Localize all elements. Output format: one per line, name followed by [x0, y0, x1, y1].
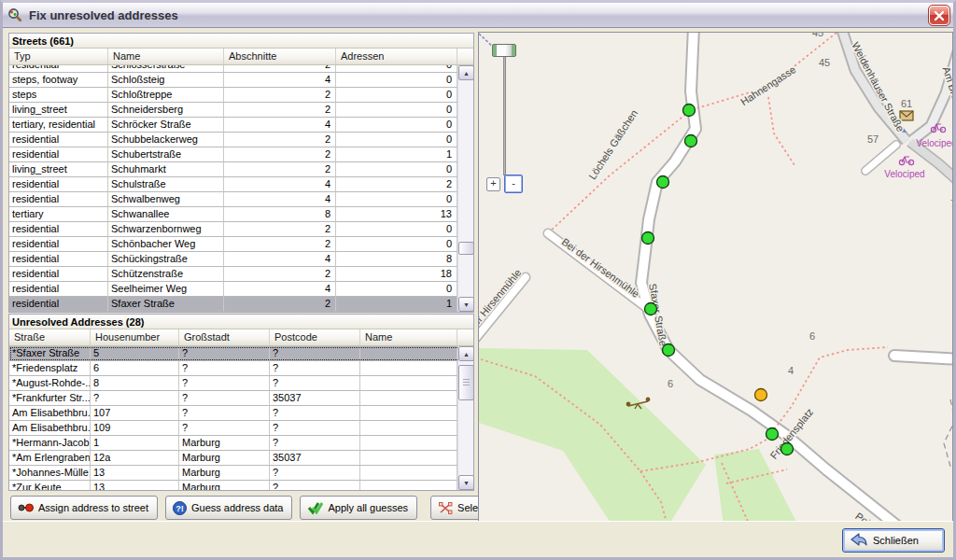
- close-button[interactable]: [929, 6, 949, 25]
- address-housenumber: 1: [91, 436, 179, 451]
- address-marker-green[interactable]: [663, 344, 675, 357]
- apply-guesses-button[interactable]: Apply all guesses: [300, 496, 417, 520]
- scroll-up-icon[interactable]: ▲: [458, 346, 474, 361]
- svg-text:?!: ?!: [176, 503, 184, 512]
- street-row[interactable]: steps, footway Schloßsteig 4 0: [9, 73, 473, 88]
- address-postcode: ?: [270, 346, 360, 361]
- return-arrow-icon: [850, 533, 868, 548]
- scroll-up-icon[interactable]: ▲: [458, 65, 474, 80]
- street-row[interactable]: residential Schlosserstraße 2 0: [9, 65, 473, 73]
- column-header-name[interactable]: Name: [360, 329, 457, 345]
- street-adressen: 0: [336, 133, 457, 147]
- street-typ: residential: [9, 65, 108, 73]
- address-row[interactable]: *August-Rohde-... 8 ? ?: [9, 376, 473, 391]
- address-marker-orange[interactable]: [755, 389, 767, 401]
- column-header-abschnitte[interactable]: Abschnitte: [224, 49, 336, 64]
- street-row[interactable]: residential Seelheimer Weg 4 0: [9, 282, 473, 297]
- address-row[interactable]: *Am Erlengraben 12a Marburg 35037: [9, 451, 473, 466]
- addresses-scrollbar[interactable]: ▲ ▼: [457, 346, 473, 490]
- map-view[interactable]: Hahnengasse Weidenhäuser Straße Am Brüc …: [478, 32, 953, 524]
- address-marker-green[interactable]: [781, 443, 794, 455]
- column-header-typ[interactable]: Typ: [9, 49, 108, 64]
- guess-address-button[interactable]: ?! Guess address data: [165, 496, 292, 520]
- street-row[interactable]: residential Schwalbenweg 4 0: [9, 192, 473, 207]
- scroll-down-icon[interactable]: ▼: [458, 475, 474, 490]
- address-housenumber: 6: [91, 361, 179, 376]
- street-typ: tertiary: [9, 207, 108, 222]
- address-marker-green[interactable]: [766, 428, 779, 441]
- address-row[interactable]: *Sfaxer Straße 5 ? ?: [9, 346, 473, 361]
- addresses-header: Straße Housenumber Großstadt Postcode Na…: [9, 329, 473, 346]
- address-row[interactable]: *Hermann-Jacob... 1 Marburg ?: [9, 436, 473, 451]
- streets-scroll-thumb[interactable]: [458, 242, 474, 255]
- address-row[interactable]: *Johannes-Mülle... 13 Marburg ?: [9, 466, 473, 481]
- street-row[interactable]: living_street Schneidersberg 2 0: [9, 103, 473, 118]
- address-row[interactable]: *Zur Keute 13 Marburg ?: [9, 481, 473, 490]
- street-typ: living_street: [9, 162, 108, 177]
- column-header-postcode[interactable]: Postcode: [270, 329, 360, 345]
- window-title: Fix unresolved addresses: [29, 8, 178, 22]
- title-bar[interactable]: Fix unresolved addresses: [3, 3, 953, 28]
- address-row[interactable]: Am Elisabethbru... 107 ? ?: [9, 406, 473, 421]
- address-marker-green[interactable]: [645, 303, 657, 315]
- street-name: Schloßtreppe: [108, 88, 224, 103]
- close-dialog-label: Schließen: [873, 535, 919, 546]
- street-row[interactable]: living_street Schuhmarkt 2 0: [9, 162, 473, 177]
- address-row[interactable]: *Friedensplatz 6 ? ?: [9, 361, 473, 376]
- address-housenumber: 109: [91, 421, 179, 436]
- column-header-grossstadt[interactable]: Großstadt: [179, 329, 270, 345]
- column-header-housenumber[interactable]: Housenumber: [91, 329, 179, 345]
- scroll-down-icon[interactable]: ▼: [458, 297, 474, 312]
- street-row[interactable]: residential Schubbelackerweg 2 0: [9, 133, 473, 147]
- map-canvas[interactable]: Hahnengasse Weidenhäuser Straße Am Brüc …: [479, 33, 953, 524]
- street-row[interactable]: residential Schückingstraße 4 8: [9, 252, 473, 267]
- street-row[interactable]: steps Schloßtreppe 2 0: [9, 88, 473, 103]
- street-typ: steps, footway: [9, 73, 108, 88]
- address-toolbar: Assign address to street ?! Guess addres…: [10, 496, 537, 520]
- address-postcode: 35037: [270, 391, 360, 406]
- zoom-out-button[interactable]: -: [504, 175, 523, 193]
- street-abschnitte: 4: [224, 282, 336, 297]
- street-abschnitte: 2: [224, 237, 336, 252]
- address-marker-green[interactable]: [642, 232, 654, 245]
- street-abschnitte: 4: [224, 192, 336, 207]
- street-adressen: 1: [336, 147, 457, 162]
- street-adressen: 0: [336, 73, 457, 88]
- assign-address-label: Assign address to street: [38, 502, 148, 513]
- street-row[interactable]: residential Schützenstraße 2 18: [9, 267, 473, 282]
- address-row[interactable]: Am Elisabethbru... 109 ? ?: [9, 421, 473, 436]
- address-marker-green[interactable]: [657, 176, 669, 189]
- column-header-strasse[interactable]: Straße: [9, 329, 91, 345]
- street-row[interactable]: residential Schulstraße 4 2: [9, 177, 473, 192]
- close-dialog-button[interactable]: Schließen: [842, 528, 945, 553]
- street-abschnitte: 2: [224, 103, 336, 118]
- street-row[interactable]: residential Schubertstraße 2 1: [9, 147, 473, 162]
- fix-unresolved-addresses-dialog: Fix unresolved addresses Streets (661) T…: [0, 0, 956, 560]
- street-row[interactable]: residential Sfaxer Straße 2 1: [9, 297, 473, 312]
- zoom-slider-handle[interactable]: [492, 44, 516, 57]
- street-name: Schützenstraße: [108, 267, 224, 282]
- address-city: Marburg: [179, 466, 270, 481]
- column-header-adressen[interactable]: Adressen: [336, 49, 457, 64]
- zoom-in-button[interactable]: +: [486, 177, 500, 191]
- column-header-name[interactable]: Name: [108, 49, 224, 64]
- address-strasse: Am Elisabethbru...: [9, 406, 91, 421]
- address-postcode: ?: [270, 406, 360, 421]
- house-number: 6: [668, 378, 673, 389]
- address-postcode: ?: [270, 361, 360, 376]
- address-name: [360, 466, 457, 481]
- address-marker-green[interactable]: [685, 135, 697, 147]
- street-row[interactable]: tertiary Schwanallee 8 13: [9, 207, 473, 222]
- address-marker-green[interactable]: [683, 105, 696, 117]
- street-name: Schückingstraße: [108, 252, 224, 267]
- street-abschnitte: 4: [224, 252, 336, 267]
- address-row[interactable]: *Frankfurter Str... ? ? 35037: [9, 391, 473, 406]
- street-row[interactable]: tertiary, residential Schröcker Straße 4…: [9, 118, 473, 133]
- street-row[interactable]: residential Schwarzenbornweg 2 0: [9, 222, 473, 237]
- addresses-scroll-thumb[interactable]: [458, 365, 474, 400]
- streets-scrollbar[interactable]: ▲ ▼: [457, 65, 473, 312]
- street-row[interactable]: residential Schönbacher Weg 2 0: [9, 237, 473, 252]
- assign-address-button[interactable]: Assign address to street: [10, 496, 158, 520]
- address-postcode: ?: [270, 376, 360, 391]
- zoom-slider-track[interactable]: [503, 56, 506, 175]
